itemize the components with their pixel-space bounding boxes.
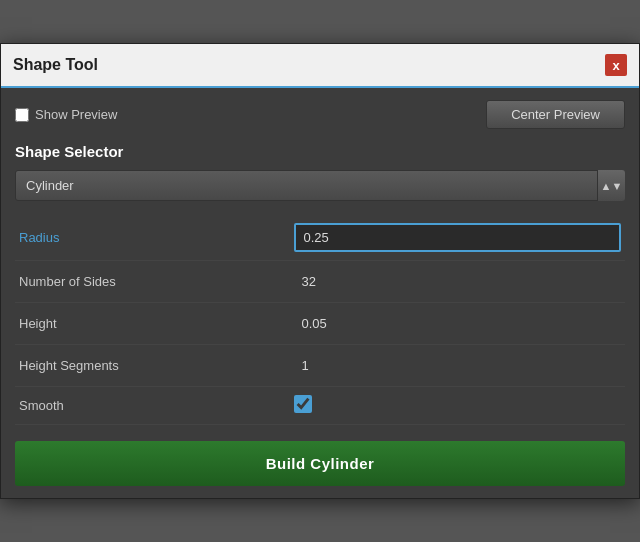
table-row: Number of Sides — [15, 261, 625, 303]
dialog-title: Shape Tool — [13, 56, 98, 74]
height-input[interactable] — [294, 311, 622, 336]
table-row: Height — [15, 303, 625, 345]
radius-input[interactable] — [294, 223, 622, 252]
shape-select[interactable]: Cylinder Cube Sphere Plane Cone — [15, 170, 625, 201]
radius-label: Radius — [15, 215, 290, 261]
height-segments-value — [290, 345, 626, 387]
center-preview-button[interactable]: Center Preview — [486, 100, 625, 129]
table-row: Height Segments — [15, 345, 625, 387]
table-row: Radius — [15, 215, 625, 261]
smooth-value — [290, 387, 626, 425]
num-sides-value — [290, 261, 626, 303]
table-row: Smooth — [15, 387, 625, 425]
show-preview-checkbox[interactable] — [15, 108, 29, 122]
title-bar: Shape Tool x — [1, 44, 639, 88]
params-table: Radius Number of Sides Height — [15, 215, 625, 425]
height-label: Height — [15, 303, 290, 345]
show-preview-label[interactable]: Show Preview — [15, 107, 117, 122]
shape-select-wrapper: Cylinder Cube Sphere Plane Cone ▲▼ — [15, 170, 625, 201]
height-segments-label: Height Segments — [15, 345, 290, 387]
close-button[interactable]: x — [605, 54, 627, 76]
num-sides-label: Number of Sides — [15, 261, 290, 303]
height-value — [290, 303, 626, 345]
dialog-content: Show Preview Center Preview Shape Select… — [1, 88, 639, 498]
num-sides-input[interactable] — [294, 269, 622, 294]
height-segments-input[interactable] — [294, 353, 622, 378]
shape-tool-dialog: Shape Tool x Show Preview Center Preview… — [0, 43, 640, 499]
build-cylinder-button[interactable]: Build Cylinder — [15, 441, 625, 486]
radius-value — [290, 215, 626, 261]
shape-selector-section: Shape Selector Cylinder Cube Sphere Plan… — [15, 143, 625, 201]
smooth-checkbox[interactable] — [294, 395, 312, 413]
section-title: Shape Selector — [15, 143, 625, 160]
smooth-label: Smooth — [15, 387, 290, 425]
preview-row: Show Preview Center Preview — [15, 100, 625, 129]
